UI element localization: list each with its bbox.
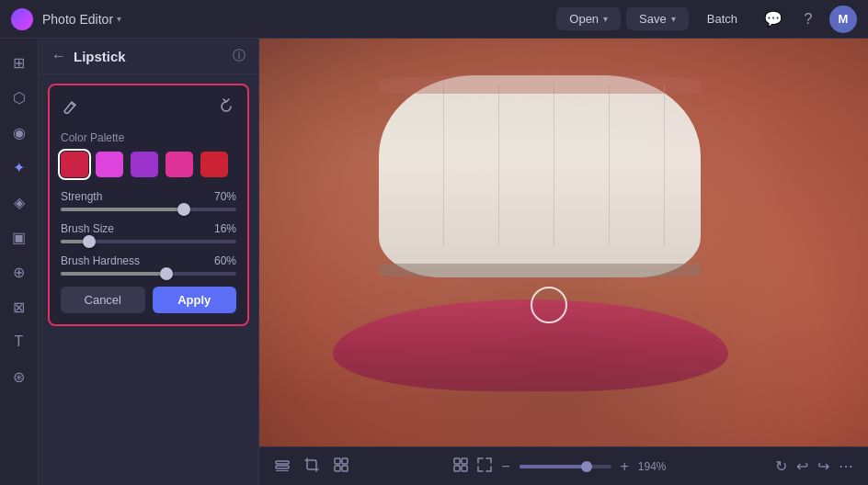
fit-screen-button[interactable] xyxy=(453,457,468,476)
tooth-divider-2 xyxy=(498,85,499,246)
color-swatches xyxy=(61,152,236,177)
swatch-hotpink[interactable] xyxy=(96,152,123,177)
help-icon-button[interactable]: ? xyxy=(794,6,822,33)
brush-size-label: Brush Size xyxy=(61,222,114,235)
sidebar-eye[interactable]: ◉ xyxy=(5,118,34,147)
bottombar-left xyxy=(274,457,349,477)
brush-icon-button[interactable] xyxy=(61,96,81,120)
undo-icon[interactable]: ↩ xyxy=(796,457,808,475)
brush-size-thumb[interactable] xyxy=(83,235,96,248)
topbar: Photo Editor ▾ Open ▾ Save ▾ Batch 💬 ? M xyxy=(0,0,868,39)
layers-icon[interactable] xyxy=(274,457,291,477)
strength-header: Strength 70% xyxy=(61,190,236,203)
svg-rect-1 xyxy=(276,466,289,468)
sidebar-text[interactable]: T xyxy=(5,327,34,356)
panel-back-button[interactable]: ← xyxy=(51,48,66,64)
panel-info-button[interactable]: ⓘ xyxy=(233,48,246,64)
swatch-red[interactable] xyxy=(61,152,88,177)
panel-header: ← Lipstick ⓘ xyxy=(39,39,258,74)
save-chevron: ▾ xyxy=(671,14,676,24)
batch-button[interactable]: Batch xyxy=(694,7,750,30)
bottombar-right: ↻ ↩ ↪ ⋯ xyxy=(775,457,853,475)
zoom-level-label: 194% xyxy=(638,460,671,473)
sidebar-icon-bar: ⊞ ⬡ ◉ ✦ ◈ ▣ ⊕ ⊠ T ⊛ xyxy=(0,39,39,485)
zoom-minus-label: − xyxy=(501,458,509,474)
image-area: − + 194% ↻ ↩ ↪ ⋯ xyxy=(259,39,868,485)
panel-title: Lipstick xyxy=(74,49,233,64)
app-name-chevron: ▾ xyxy=(117,14,121,24)
user-avatar[interactable]: M xyxy=(829,6,857,33)
reset-icon-button[interactable] xyxy=(216,96,236,120)
avatar-initials: M xyxy=(839,12,849,26)
redo-icon[interactable]: ↪ xyxy=(817,457,829,475)
sidebar-group[interactable]: ⊕ xyxy=(5,257,34,287)
apply-button[interactable]: Apply xyxy=(153,287,237,313)
lp-top-row xyxy=(61,96,236,120)
main-area: ⊞ ⬡ ◉ ✦ ◈ ▣ ⊕ ⊠ T ⊛ ← Lipstick ⓘ xyxy=(0,39,868,485)
zoom-slider-fill xyxy=(520,465,588,468)
sidebar-retouch[interactable]: ✦ xyxy=(5,152,34,182)
photo-canvas[interactable] xyxy=(259,39,868,446)
brush-size-header: Brush Size 16% xyxy=(61,222,236,235)
cancel-button[interactable]: Cancel xyxy=(61,287,145,313)
strength-value: 70% xyxy=(214,190,236,203)
swatch-crimson[interactable] xyxy=(200,152,228,177)
color-palette-label: Color Palette xyxy=(61,131,236,144)
open-chevron: ▾ xyxy=(603,14,608,24)
open-label: Open xyxy=(569,12,599,26)
photo-background xyxy=(259,39,868,446)
svg-rect-11 xyxy=(462,466,467,471)
svg-rect-7 xyxy=(342,466,348,471)
tooth-divider-4 xyxy=(609,85,610,246)
zoom-in-button[interactable]: + xyxy=(621,458,629,475)
bottombar-zoom: − + 194% xyxy=(453,457,671,476)
batch-label: Batch xyxy=(707,12,737,26)
svg-rect-6 xyxy=(335,466,340,471)
svg-rect-10 xyxy=(454,466,460,471)
topbar-icons: 💬 ? M xyxy=(760,6,857,33)
actual-size-button[interactable] xyxy=(477,457,492,476)
strength-label: Strength xyxy=(61,190,102,203)
lipstick-panel: Color Palette Strength 70% xyxy=(48,84,249,326)
svg-rect-2 xyxy=(276,461,289,464)
brush-size-track[interactable] xyxy=(61,240,236,243)
brush-hardness-slider-row: Brush Hardness 60% xyxy=(61,254,236,276)
brush-hardness-value: 60% xyxy=(214,254,236,267)
sidebar-people[interactable]: ⬡ xyxy=(5,83,34,112)
teeth-bottom-shadow xyxy=(379,264,701,277)
grid-icon[interactable] xyxy=(333,457,349,477)
brush-hardness-label: Brush Hardness xyxy=(61,254,140,267)
teeth-area xyxy=(379,75,701,277)
chat-icon-button[interactable]: 💬 xyxy=(760,6,787,33)
open-button[interactable]: Open ▾ xyxy=(556,7,621,30)
brush-hardness-track[interactable] xyxy=(61,272,236,276)
svg-rect-9 xyxy=(462,458,467,464)
sidebar-sticker[interactable]: ◈ xyxy=(5,187,34,217)
strength-track[interactable] xyxy=(61,208,236,211)
sidebar-home[interactable]: ⊞ xyxy=(5,48,34,77)
save-button[interactable]: Save ▾ xyxy=(626,7,689,30)
crop-icon[interactable] xyxy=(303,457,320,477)
strength-slider-row: Strength 70% xyxy=(61,190,236,211)
swatch-magenta[interactable] xyxy=(166,152,193,177)
tooth-divider-3 xyxy=(554,85,554,246)
tooth-divider-5 xyxy=(664,85,665,246)
rotate-cw-icon[interactable]: ↻ xyxy=(775,457,787,475)
svg-rect-5 xyxy=(342,458,348,464)
tooth-divider-1 xyxy=(443,85,444,246)
more-icon[interactable]: ⋯ xyxy=(839,457,853,475)
sidebar-photo[interactable]: ⊠ xyxy=(5,292,34,321)
brush-size-value: 16% xyxy=(214,222,236,235)
swatch-purple[interactable] xyxy=(131,152,158,177)
zoom-slider-thumb[interactable] xyxy=(581,461,592,472)
app-name-label: Photo Editor xyxy=(42,12,113,27)
bottombar: − + 194% ↻ ↩ ↪ ⋯ xyxy=(259,446,868,485)
zoom-out-button[interactable]: − xyxy=(501,458,509,475)
strength-thumb[interactable] xyxy=(177,203,190,216)
strength-fill xyxy=(61,208,184,211)
sidebar-frame[interactable]: ▣ xyxy=(5,222,34,252)
brush-hardness-thumb[interactable] xyxy=(160,267,173,280)
zoom-slider[interactable] xyxy=(520,465,611,468)
app-name: Photo Editor ▾ xyxy=(42,12,121,27)
sidebar-ai[interactable]: ⊛ xyxy=(5,362,34,391)
